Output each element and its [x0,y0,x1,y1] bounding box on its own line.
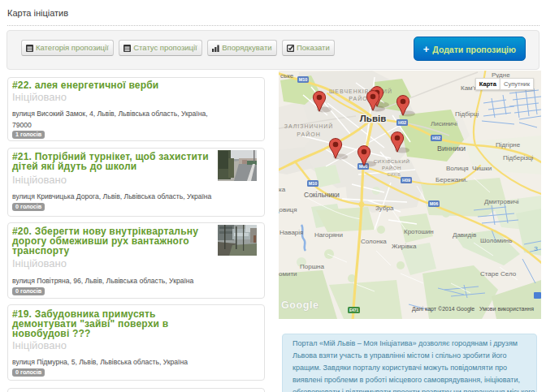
svg-text:РАЙОН: РАЙОН [382,165,401,170]
svg-text:M06: M06 [430,201,439,206]
svg-text:Давидів: Давидів [453,231,476,239]
svg-text:M10: M10 [309,181,318,186]
svg-text:Старе Село: Старе Село [480,270,517,278]
svg-text:омити: омити [279,270,297,278]
svg-text:Бережани.: Бережани. [436,176,467,183]
svg-text:Дмитровичі: Дмитровичі [484,198,519,205]
svg-text:Підгірне: Підгірне [496,141,521,149]
svg-text:РАЙОН: РАЙОН [297,131,320,137]
svg-text:ЗАЛІЗНИЧНИЙ: ЗАЛІЗНИЧНИЙ [284,123,334,129]
svg-text:Дані карт ©2014 Google: Дані карт ©2014 Google [412,306,474,312]
svg-text:івка: івка [279,186,286,193]
svg-text:Лисиничі: Лисиничі [431,120,457,127]
svg-text:Підбірці: Підбірці [455,110,479,118]
svg-text:ське: ське [280,72,294,80]
svg-text:Чишки: Чишки [472,165,492,172]
svg-text:H09: H09 [402,178,410,183]
svg-text:Google: Google [281,299,319,311]
svg-text:Солонка: Солонка [361,238,387,245]
svg-text:Львів: Львів [360,114,386,123]
svg-text:Кротошин: Кротошин [404,228,434,235]
svg-text:Умови використання: Умови використання [479,306,534,312]
svg-text:Волиця: Волиця [446,165,469,172]
svg-text:Підберізці: Підберізці [503,154,534,162]
svg-text:ідовиця: ідовиця [279,206,297,213]
svg-text:СИХІВ: СИХІВ [387,173,401,177]
svg-text:H02: H02 [432,136,440,140]
svg-text:Жирівка: Жирівка [392,243,417,250]
svg-text:З: З [534,245,538,252]
svg-text:Поршна: Поршна [300,263,324,270]
svg-text:СИХІВСЬКИЙ: СИХІВСЬКИЙ [374,158,410,164]
svg-text:Нагоряни: Нагоряни [314,231,343,239]
svg-text:H02: H02 [398,120,406,125]
svg-text:Наварія: Наварія [280,229,303,236]
svg-text:Винники: Винники [437,144,466,153]
svg-text:E471: E471 [349,308,359,312]
svg-text:M10: M10 [299,77,308,82]
svg-text:Шоломинь: Шоломинь [480,237,512,244]
svg-text:Сокільники: Сокільники [304,191,340,199]
svg-text:Зубра: Зубра [375,205,394,212]
